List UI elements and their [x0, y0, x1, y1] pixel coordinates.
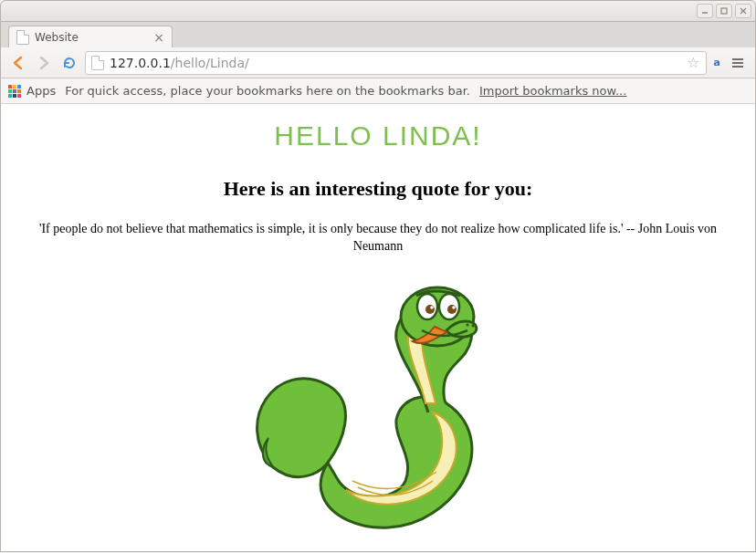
- apps-grid-icon: [8, 85, 21, 98]
- bookmarks-bar: Apps For quick access, place your bookma…: [0, 78, 756, 104]
- svg-point-9: [471, 324, 474, 327]
- url-path: /hello/Linda/: [171, 56, 249, 70]
- page-icon: [91, 56, 104, 70]
- bookmark-star-icon[interactable]: ☆: [687, 54, 699, 71]
- svg-rect-1: [721, 8, 727, 14]
- browser-tab[interactable]: Website ×: [8, 26, 173, 47]
- back-button[interactable]: [8, 53, 28, 73]
- svg-point-15: [452, 306, 456, 309]
- apps-label: Apps: [26, 84, 56, 98]
- address-bar[interactable]: 127.0.0.1/hello/Linda/ ☆: [85, 51, 707, 75]
- window-close-button[interactable]: [735, 4, 751, 18]
- page-subheading: Here is an interesting quote for you:: [12, 177, 744, 201]
- page-icon: [16, 30, 29, 45]
- window-minimize-button[interactable]: [697, 4, 713, 18]
- page-quote: 'If people do not believe that mathemati…: [17, 221, 739, 256]
- page-content: Hello Linda! Here is an interesting quot…: [0, 104, 756, 552]
- snake-illustration: [12, 276, 744, 540]
- import-bookmarks-link[interactable]: Import bookmarks now...: [479, 84, 626, 98]
- close-tab-icon[interactable]: ×: [153, 30, 164, 45]
- reload-button[interactable]: [59, 53, 79, 73]
- forward-button[interactable]: [34, 53, 54, 73]
- svg-point-13: [447, 305, 457, 314]
- svg-point-8: [466, 323, 468, 326]
- apps-button[interactable]: Apps: [8, 84, 56, 98]
- translate-icon[interactable]: a: [712, 57, 722, 68]
- url-host: 127.0.0.1: [110, 56, 171, 70]
- page-heading: Hello Linda!: [12, 120, 744, 151]
- window-titlebar: [0, 0, 756, 22]
- svg-point-14: [430, 306, 434, 309]
- browser-toolbar: 127.0.0.1/hello/Linda/ ☆ a: [0, 47, 756, 78]
- hamburger-menu-icon[interactable]: [728, 53, 748, 73]
- tab-title: Website: [35, 31, 79, 44]
- tab-strip: Website ×: [0, 22, 756, 47]
- window-maximize-button[interactable]: [716, 4, 732, 18]
- svg-point-12: [425, 305, 435, 314]
- bookmarks-hint: For quick access, place your bookmarks h…: [65, 84, 470, 98]
